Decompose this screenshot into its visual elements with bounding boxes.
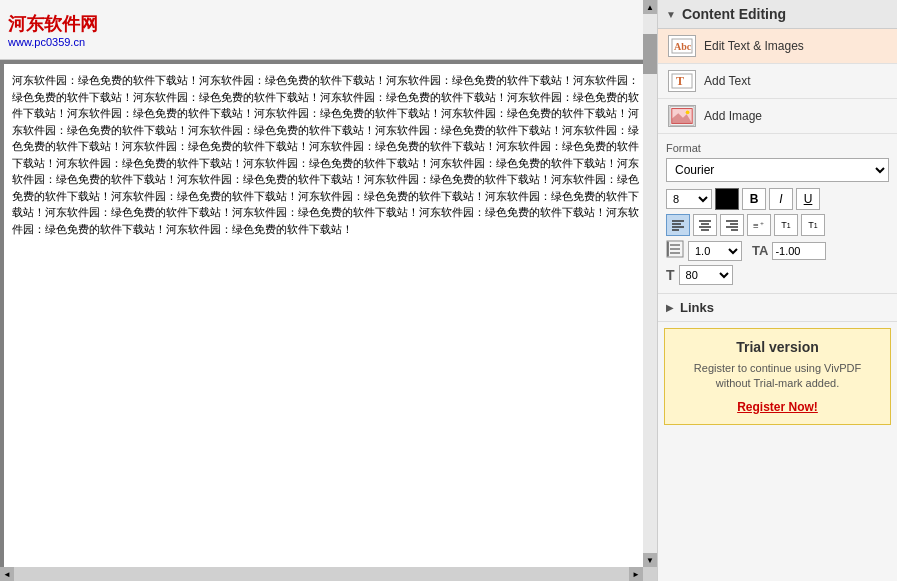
- add-image-label: Add Image: [704, 109, 762, 123]
- char-size-row: T 80 859095100 105110: [666, 265, 889, 285]
- superscript-button[interactable]: T1: [774, 214, 798, 236]
- pdf-logo: 河东软件网 www.pc0359.cn: [0, 0, 657, 60]
- add-text-label: Add Text: [704, 74, 750, 88]
- right-panel: ▼ Content Editing Abc Edit Text & Images…: [657, 0, 897, 581]
- svg-text:+: +: [760, 220, 764, 228]
- svg-text:T: T: [676, 74, 684, 88]
- line-spacing-row: 1.0 1.52.02.5 TA: [666, 240, 889, 261]
- align-left-button[interactable]: [666, 214, 690, 236]
- site-url: www.pc0359.cn: [8, 36, 85, 48]
- format-label: Format: [666, 142, 889, 154]
- align-justify-button[interactable]: ≡ +: [747, 214, 771, 236]
- pdf-text: 河东软件园：绿色免费的软件下载站！河东软件园：绿色免费的软件下载站！河东软件园：…: [12, 74, 639, 235]
- text-format-row: 8 9101112 14161824 B I U: [666, 188, 889, 210]
- format-section: Format Courier Arial Times New Roman Hel…: [658, 134, 897, 294]
- scroll-left-button[interactable]: ◄: [0, 567, 14, 581]
- add-text-icon: T: [668, 70, 696, 92]
- underline-button[interactable]: U: [796, 188, 820, 210]
- scroll-right-button[interactable]: ►: [629, 567, 643, 581]
- add-image-icon: [668, 105, 696, 127]
- svg-point-7: [686, 110, 690, 114]
- vertical-scrollbar[interactable]: ▲ ▼: [643, 0, 657, 567]
- scroll-thumb-v[interactable]: [643, 34, 657, 74]
- scroll-track-v[interactable]: [643, 14, 657, 553]
- char-size-icon: T: [666, 267, 675, 283]
- trial-title: Trial version: [675, 339, 880, 355]
- font-select[interactable]: Courier Arial Times New Roman Helvetica: [666, 158, 889, 182]
- pdf-viewer: 河东软件网 www.pc0359.cn 河东软件园：绿色免费的软件下载站！河东软…: [0, 0, 657, 581]
- horizontal-scrollbar[interactable]: ◄ ►: [0, 567, 643, 581]
- pdf-content: 河东软件园：绿色免费的软件下载站！河东软件园：绿色免费的软件下载站！河东软件园：…: [4, 64, 653, 577]
- panel-header: ▼ Content Editing: [658, 0, 897, 29]
- align-right-button[interactable]: [720, 214, 744, 236]
- register-now-link[interactable]: Register Now!: [737, 400, 818, 414]
- alignment-row: ≡ + T1 T1: [666, 214, 889, 236]
- bold-button[interactable]: B: [742, 188, 766, 210]
- svg-text:≡: ≡: [753, 220, 759, 231]
- subscript-button[interactable]: T1: [801, 214, 825, 236]
- scroll-up-button[interactable]: ▲: [643, 0, 657, 14]
- char-spacing-ta-icon: TA: [752, 243, 768, 258]
- links-label: Links: [680, 300, 714, 315]
- char-size-select[interactable]: 80 859095100 105110: [679, 265, 733, 285]
- links-section[interactable]: ▶ Links: [658, 294, 897, 322]
- add-image-tool[interactable]: Add Image: [658, 99, 897, 134]
- align-center-button[interactable]: [693, 214, 717, 236]
- line-spacing-icon: [666, 240, 684, 261]
- char-spacing-input[interactable]: [772, 242, 826, 260]
- trial-section: Trial version Register to continue using…: [664, 328, 891, 425]
- line-spacing-select[interactable]: 1.0 1.52.02.5: [688, 241, 742, 261]
- panel-title: Content Editing: [682, 6, 786, 22]
- add-text-tool[interactable]: T Add Text: [658, 64, 897, 99]
- text-color-picker[interactable]: [715, 188, 739, 210]
- scroll-down-button[interactable]: ▼: [643, 553, 657, 567]
- site-name: 河东软件网: [8, 12, 98, 36]
- italic-button[interactable]: I: [769, 188, 793, 210]
- links-expand-arrow: ▶: [666, 302, 674, 313]
- trial-description: Register to continue using VivPDF withou…: [675, 361, 880, 392]
- scrollbar-corner: [643, 567, 657, 581]
- edit-text-images-tool[interactable]: Abc Edit Text & Images: [658, 29, 897, 64]
- svg-text:Abc: Abc: [674, 41, 692, 52]
- panel-collapse-arrow[interactable]: ▼: [666, 9, 676, 20]
- font-size-select[interactable]: 8 9101112 14161824: [666, 189, 712, 209]
- edit-text-icon: Abc: [668, 35, 696, 57]
- edit-text-label: Edit Text & Images: [704, 39, 804, 53]
